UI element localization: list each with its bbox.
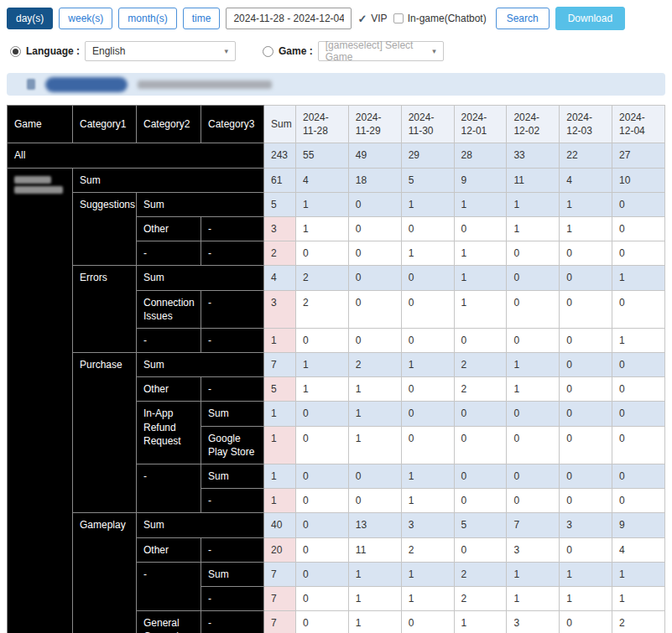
value-cell: 0 <box>348 464 401 489</box>
value-cell: 1 <box>454 192 507 216</box>
category-cell: - <box>201 489 264 513</box>
value-cell: 0 <box>560 537 612 562</box>
table-row: All 243 55 49 29 28 33 22 27 <box>8 143 665 168</box>
column-header: Sum <box>264 106 296 143</box>
value-cell: 13 <box>348 513 401 537</box>
value-cell: 2 <box>454 377 507 402</box>
category-cell: Sum <box>201 464 264 489</box>
value-cell: 29 <box>401 143 454 168</box>
value-cell: 0 <box>560 266 612 290</box>
value-cell: 0 <box>507 426 560 464</box>
chevron-down-icon: ▾ <box>432 47 436 55</box>
category-cell: - <box>201 611 264 633</box>
all-row-label: All <box>8 143 264 168</box>
ingame-chatbot-checkbox[interactable]: In-game(Chatbot) <box>393 13 487 24</box>
value-cell: 27 <box>612 143 665 168</box>
table-row: Gameplay Sum 40 0 13 3 5 7 3 9 <box>8 513 665 537</box>
value-cell: 0 <box>348 192 401 216</box>
value-cell: 0 <box>454 426 507 464</box>
category-cell: In-App Refund Request <box>137 402 201 464</box>
value-cell: 1 <box>401 489 454 513</box>
redacted-button[interactable] <box>45 77 128 92</box>
period-time-button[interactable]: time <box>183 8 221 29</box>
ingame-chatbot-label: In-game(Chatbot) <box>408 13 487 24</box>
value-cell: 0 <box>454 216 507 241</box>
value-cell: 0 <box>507 290 560 328</box>
value-cell: 0 <box>401 402 454 426</box>
value-cell: 9 <box>612 513 665 537</box>
vip-checkbox[interactable]: ✓ VIP <box>357 13 387 25</box>
value-cell: 0 <box>560 290 612 328</box>
category-cell: Sum <box>73 168 264 192</box>
value-cell: 1 <box>454 266 507 290</box>
game-select[interactable]: [gameselect] Select Game ▾ <box>318 41 444 61</box>
period-weeks-button[interactable]: week(s) <box>59 8 112 29</box>
game-name-cell <box>8 168 73 633</box>
download-button[interactable]: Download <box>555 7 625 30</box>
value-cell: 1 <box>612 562 665 586</box>
redacted-game-name <box>14 186 63 194</box>
value-cell: 0 <box>560 402 612 426</box>
value-cell: 1 <box>401 192 454 216</box>
value-cell: 0 <box>296 489 349 513</box>
sum-cell: 5 <box>264 377 296 402</box>
category-cell: Other <box>137 216 201 241</box>
sum-cell: 3 <box>264 290 296 328</box>
sum-cell: 7 <box>264 353 296 377</box>
value-cell: 0 <box>454 537 507 562</box>
value-cell: 10 <box>612 168 665 192</box>
value-cell: 49 <box>348 143 401 168</box>
value-cell: 0 <box>296 537 349 562</box>
value-cell: 0 <box>560 489 612 513</box>
sum-cell: 243 <box>264 143 296 168</box>
value-cell: 0 <box>296 464 349 489</box>
value-cell: 1 <box>401 586 454 610</box>
value-cell: 1 <box>560 586 612 610</box>
filter-bar: Language : English ▾ Game : [gameselect]… <box>0 30 672 61</box>
category-cell: - <box>201 586 264 610</box>
game-radio[interactable] <box>263 46 273 57</box>
check-icon: ✓ <box>357 13 367 25</box>
value-cell: 0 <box>296 426 349 464</box>
value-cell: 0 <box>612 402 665 426</box>
value-cell: 1 <box>401 353 454 377</box>
period-months-button[interactable]: month(s) <box>118 8 176 29</box>
language-select[interactable]: English ▾ <box>85 41 236 61</box>
value-cell: 4 <box>612 537 665 562</box>
value-cell: 0 <box>401 266 454 290</box>
period-days-button[interactable]: day(s) <box>7 8 53 29</box>
language-radio[interactable] <box>10 46 21 57</box>
category-cell: Sum <box>137 192 264 216</box>
column-header: 2024-11-29 <box>348 106 401 143</box>
value-cell: 0 <box>454 464 507 489</box>
category-cell: Google Play Store <box>201 426 264 464</box>
value-cell: 2 <box>401 537 454 562</box>
vip-label: VIP <box>371 13 387 24</box>
table-row: Errors Sum 4 2 0 0 1 0 0 1 <box>8 266 665 290</box>
value-cell: 0 <box>296 402 349 426</box>
column-header: 2024-12-03 <box>560 106 612 143</box>
value-cell: 0 <box>612 216 665 241</box>
sum-cell: 1 <box>264 464 296 489</box>
sum-cell: 7 <box>264 562 296 586</box>
category-cell: Sum <box>201 402 264 426</box>
value-cell: 0 <box>612 377 665 402</box>
category-cell: Sum <box>201 562 264 586</box>
value-cell: 1 <box>454 290 507 328</box>
value-cell: 2 <box>348 353 401 377</box>
value-cell: 0 <box>348 216 401 241</box>
redacted-game-name <box>14 176 51 184</box>
value-cell: 2 <box>454 586 507 610</box>
value-cell: 1 <box>560 192 612 216</box>
header-row: Game Category1 Category2 Category3 Sum 2… <box>8 106 665 143</box>
value-cell: 2 <box>296 290 349 328</box>
search-button[interactable]: Search <box>496 8 550 29</box>
value-cell: 0 <box>560 377 612 402</box>
value-cell: 2 <box>612 611 665 633</box>
value-cell: 1 <box>612 586 665 610</box>
value-cell: 0 <box>296 513 349 537</box>
date-range-input[interactable] <box>226 8 352 29</box>
language-label: Language : <box>26 45 80 57</box>
category-cell: Connection Issues <box>137 290 201 328</box>
value-cell: 1 <box>296 353 349 377</box>
